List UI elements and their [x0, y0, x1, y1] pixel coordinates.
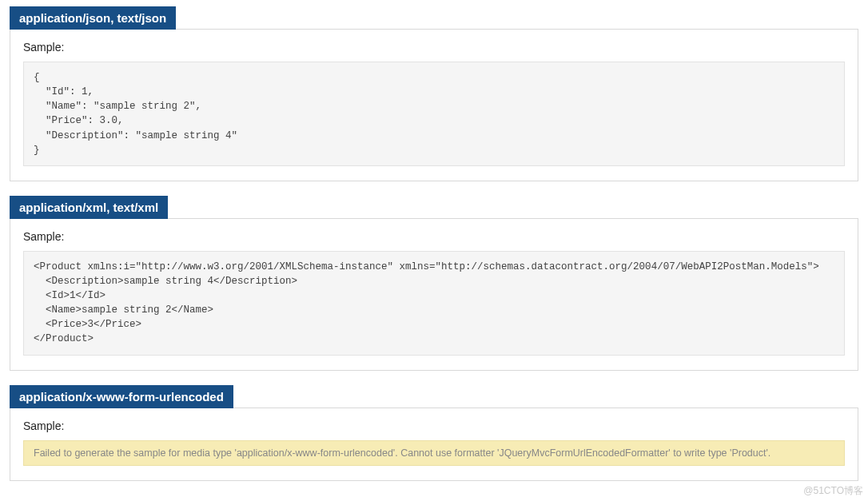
section-header-json: application/json, text/json	[10, 6, 176, 30]
section-form-urlencoded: application/x-www-form-urlencoded Sample…	[10, 385, 858, 481]
section-body-xml: Sample: <Product xmlns:i="http://www.w3.…	[10, 218, 858, 371]
section-body-json: Sample: { "Id": 1, "Name": "sample strin…	[10, 29, 858, 181]
sample-label: Sample:	[23, 41, 845, 54]
code-sample-xml: <Product xmlns:i="http://www.w3.org/2001…	[23, 251, 845, 356]
section-xml: application/xml, text/xml Sample: <Produ…	[10, 196, 858, 371]
section-header-xml: application/xml, text/xml	[10, 196, 168, 219]
section-body-form-urlencoded: Sample: Failed to generate the sample fo…	[10, 408, 858, 481]
sample-label: Sample:	[23, 230, 845, 243]
code-sample-json: { "Id": 1, "Name": "sample string 2", "P…	[23, 62, 845, 166]
warning-message: Failed to generate the sample for media …	[23, 440, 845, 466]
sample-label: Sample:	[23, 419, 845, 432]
watermark: @51CTO博客	[803, 484, 863, 498]
section-json: application/json, text/json Sample: { "I…	[10, 6, 858, 181]
section-header-form-urlencoded: application/x-www-form-urlencoded	[10, 385, 233, 408]
